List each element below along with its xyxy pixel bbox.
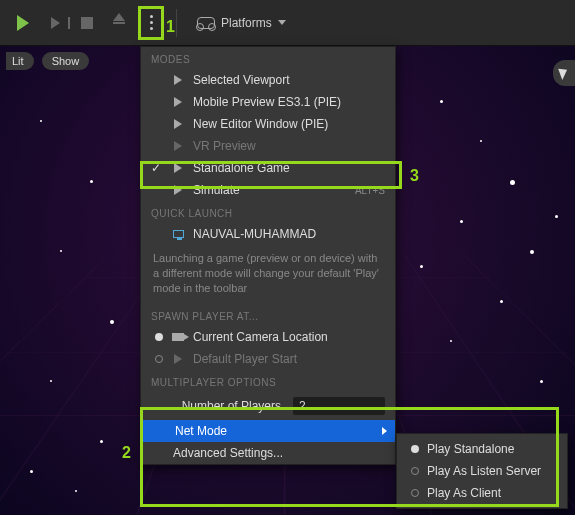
radio-icon — [411, 467, 419, 475]
section-quick-launch: QUICK LAUNCH — [141, 201, 395, 223]
mode-mobile-preview[interactable]: Mobile Preview ES3.1 (PIE) — [141, 91, 395, 113]
eject-button[interactable] — [106, 10, 132, 36]
player-start-icon — [174, 354, 182, 364]
gamepad-icon — [197, 17, 215, 29]
play-icon — [174, 163, 182, 173]
number-of-players-label: Number of Players — [151, 399, 285, 413]
play-options-panel: MODES Selected Viewport Mobile Preview E… — [140, 46, 396, 465]
play-standalone[interactable]: Play Standalone — [397, 438, 567, 460]
number-of-players-row: Number of Players — [141, 392, 395, 420]
advanced-settings[interactable]: Advanced Settings... — [141, 442, 395, 464]
platforms-dropdown[interactable]: Platforms — [189, 12, 294, 34]
mode-vr-preview: VR Preview — [141, 135, 395, 157]
play-icon — [174, 97, 182, 107]
mode-new-editor-window[interactable]: New Editor Window (PIE) — [141, 113, 395, 135]
mode-description: Launching a game (preview or on device) … — [141, 245, 395, 304]
play-icon — [174, 119, 182, 129]
mode-simulate[interactable]: Simulate ALT+S — [141, 179, 395, 201]
check-icon: ✓ — [151, 161, 161, 175]
toolbar-separator — [176, 9, 177, 37]
play-as-client[interactable]: Play As Client — [397, 482, 567, 504]
radio-selected-icon — [411, 445, 419, 453]
radio-icon — [411, 489, 419, 497]
right-tool-button[interactable] — [553, 60, 575, 86]
play-options-dropdown-button[interactable] — [150, 15, 153, 30]
submenu-arrow-icon — [382, 427, 387, 435]
stop-icon — [81, 17, 93, 29]
annotation-3: 3 — [410, 167, 419, 185]
eject-icon — [113, 22, 125, 24]
number-of-players-input[interactable] — [293, 397, 385, 415]
play-icon — [174, 75, 182, 85]
annotation-1: 1 — [166, 18, 175, 36]
net-mode-submenu: Play Standalone Play As Listen Server Pl… — [396, 433, 568, 509]
mode-selected-viewport[interactable]: Selected Viewport — [141, 69, 395, 91]
play-icon — [174, 141, 182, 151]
net-mode-label: Net Mode — [175, 424, 227, 438]
play-button[interactable] — [10, 10, 36, 36]
quick-launch-device[interactable]: NAUVAL-MUHAMMAD — [141, 223, 395, 245]
stop-button[interactable] — [74, 10, 100, 36]
cursor-icon — [558, 66, 570, 80]
play-icon — [174, 185, 182, 195]
play-options-highlight — [138, 6, 164, 40]
play-as-listen-server[interactable]: Play As Listen Server — [397, 460, 567, 482]
chip-show[interactable]: Show — [42, 52, 90, 70]
section-multiplayer: MULTIPLAYER OPTIONS — [141, 370, 395, 392]
shortcut-label: ALT+S — [355, 185, 385, 196]
net-mode-item[interactable]: Net Mode — [141, 420, 395, 442]
platforms-label: Platforms — [221, 16, 272, 30]
step-button[interactable] — [42, 10, 68, 36]
camera-icon — [172, 333, 184, 341]
spawn-current-camera[interactable]: Current Camera Location — [141, 326, 395, 348]
section-spawn: SPAWN PLAYER AT... — [141, 304, 395, 326]
play-icon — [17, 15, 29, 31]
chevron-down-icon — [278, 20, 286, 25]
annotation-2: 2 — [122, 444, 131, 462]
section-modes: MODES — [141, 47, 395, 69]
radio-icon — [155, 355, 163, 363]
spawn-default-start[interactable]: Default Player Start — [141, 348, 395, 370]
main-toolbar: Platforms — [0, 0, 575, 46]
mode-standalone-game[interactable]: ✓ Standalone Game — [141, 157, 395, 179]
step-frame-icon — [51, 17, 60, 29]
chip-lit[interactable]: Lit — [6, 52, 34, 70]
computer-icon — [173, 230, 184, 238]
radio-selected-icon — [155, 333, 163, 341]
